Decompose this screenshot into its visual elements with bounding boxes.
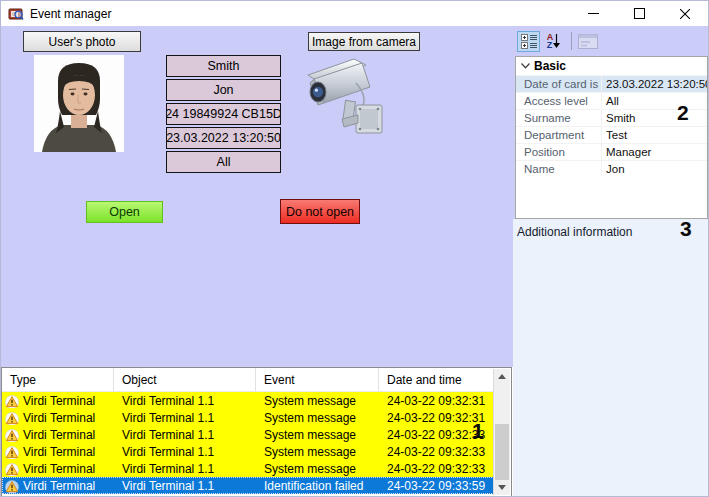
open-button[interactable]: Open	[86, 201, 163, 223]
toolbar-separator	[571, 32, 572, 50]
property-pages-button[interactable]	[576, 31, 599, 52]
cell-object: Virdi Terminal 1.1	[114, 462, 256, 476]
cell-datetime: 24-03-22 09:32:33	[379, 462, 494, 476]
cell-type: Virdi Terminal	[23, 428, 95, 442]
cell-event: System message	[256, 428, 379, 442]
property-grid: Basic Date of card is 23.03.2022 13:20:5…	[515, 56, 708, 219]
table-row[interactable]: Virdi Terminal Virdi Terminal 1.1 System…	[2, 409, 494, 426]
cell-type: Virdi Terminal	[23, 445, 95, 459]
cell-event: System message	[256, 462, 379, 476]
cell-type: Virdi Terminal	[23, 411, 95, 425]
cell-datetime: 24-03-22 09:32:33	[379, 445, 494, 459]
minimize-button[interactable]	[570, 1, 616, 26]
cell-event: System message	[256, 445, 379, 459]
property-label: Position	[516, 144, 602, 160]
warning-icon	[5, 429, 19, 442]
property-label: Department	[516, 127, 602, 143]
warning-icon	[5, 412, 19, 425]
table-row[interactable]: Virdi Terminal Virdi Terminal 1.1 System…	[2, 426, 494, 443]
warning-icon	[5, 463, 19, 476]
additional-information-label: Additional information	[517, 225, 632, 239]
warning-icon	[5, 446, 19, 459]
arrow-down-icon	[498, 485, 506, 490]
warning-icon	[5, 480, 19, 493]
property-row[interactable]: Department Test	[516, 126, 707, 143]
maximize-button[interactable]	[616, 1, 662, 26]
event-manager-icon	[8, 6, 24, 22]
table-row[interactable]: Virdi Terminal Virdi Terminal 1.1 System…	[2, 460, 494, 477]
scroll-up-button[interactable]	[494, 369, 510, 384]
minimize-icon	[588, 13, 599, 14]
category-row-basic[interactable]: Basic	[516, 57, 707, 75]
table-row[interactable]: Virdi Terminal Virdi Terminal 1.1 System…	[2, 392, 494, 409]
do-not-open-button[interactable]: Do not open	[280, 199, 360, 224]
alphabetical-sort-button[interactable]: AZ	[542, 31, 565, 52]
property-row[interactable]: Position Manager	[516, 143, 707, 160]
cell-event: System message	[256, 394, 379, 408]
event-manager-window: Event manager User's photo	[0, 0, 709, 497]
name-field[interactable]: Jon	[166, 79, 281, 101]
chevron-down-icon	[516, 63, 534, 69]
property-row[interactable]: Name Jon	[516, 160, 707, 177]
vertical-scrollbar[interactable]	[493, 369, 510, 495]
access-level-field[interactable]: All	[166, 151, 281, 173]
property-grid-toolbar: AZ	[513, 26, 709, 56]
close-button[interactable]	[662, 1, 708, 26]
camera-image	[304, 53, 400, 139]
column-header-type[interactable]: Type	[2, 368, 114, 391]
column-header-object[interactable]: Object	[114, 368, 256, 391]
cell-event: System message	[256, 411, 379, 425]
callout-1: 1	[472, 420, 484, 441]
property-value: Jon	[602, 161, 707, 177]
table-row[interactable]: Virdi Terminal Virdi Terminal 1.1 System…	[2, 443, 494, 460]
cell-datetime: 24-03-22 09:33:59	[379, 479, 494, 493]
main-panel: User's photo Smith Jon 24 19849924 CB15D…	[1, 26, 513, 367]
cell-type: Virdi Terminal	[23, 479, 95, 493]
title-bar: Event manager	[1, 1, 708, 26]
callout-3: 3	[680, 218, 692, 239]
right-panel: AZ Basic	[513, 26, 709, 497]
property-label: Date of card is	[516, 76, 602, 92]
user-photo	[34, 55, 124, 152]
cell-type: Virdi Terminal	[23, 462, 95, 476]
property-value: All	[602, 93, 707, 109]
cell-object: Virdi Terminal 1.1	[114, 411, 256, 425]
callout-2: 2	[677, 102, 689, 123]
cell-object: Virdi Terminal 1.1	[114, 445, 256, 459]
categorized-button[interactable]	[517, 31, 540, 52]
column-header-event[interactable]: Event	[256, 368, 379, 391]
card-number-field[interactable]: 24 19849924 CB15D	[166, 103, 281, 125]
window-title: Event manager	[30, 7, 111, 21]
additional-information-panel: Additional information	[513, 219, 709, 497]
property-label: Access level	[516, 93, 602, 109]
property-value: Manager	[602, 144, 707, 160]
column-header-datetime[interactable]: Date and time	[379, 368, 494, 391]
property-value: 23.03.2022 13:20:50	[602, 76, 707, 92]
image-from-camera-label: Image from camera	[308, 32, 420, 51]
cell-event: Identification failed	[256, 479, 379, 493]
warning-icon	[5, 395, 19, 408]
property-pages-icon	[578, 34, 598, 49]
property-label: Name	[516, 161, 602, 177]
table-row-selected[interactable]: Virdi Terminal Virdi Terminal 1.1 Identi…	[2, 477, 494, 494]
window-controls	[570, 1, 708, 26]
cell-type: Virdi Terminal	[23, 394, 95, 408]
sort-arrow-icon	[553, 34, 560, 48]
cell-object: Virdi Terminal 1.1	[114, 479, 256, 493]
property-value: Smith	[602, 110, 707, 126]
date-time-field[interactable]: 23.03.2022 13:20:50	[166, 127, 281, 149]
categorized-icon	[521, 34, 537, 49]
surname-field[interactable]: Smith	[166, 55, 281, 77]
property-label: Surname	[516, 110, 602, 126]
arrow-up-icon	[498, 374, 506, 379]
close-icon	[680, 9, 690, 19]
event-table-header: Type Object Event Date and time	[2, 368, 494, 392]
event-table: Type Object Event Date and time Virdi Te…	[1, 367, 512, 497]
scrollbar-thumb[interactable]	[495, 424, 509, 480]
scroll-down-button[interactable]	[494, 480, 510, 495]
property-row[interactable]: Date of card is 23.03.2022 13:20:50	[516, 75, 707, 92]
property-value: Test	[602, 127, 707, 143]
category-label: Basic	[534, 59, 566, 73]
maximize-icon	[634, 8, 645, 19]
cell-object: Virdi Terminal 1.1	[114, 428, 256, 442]
